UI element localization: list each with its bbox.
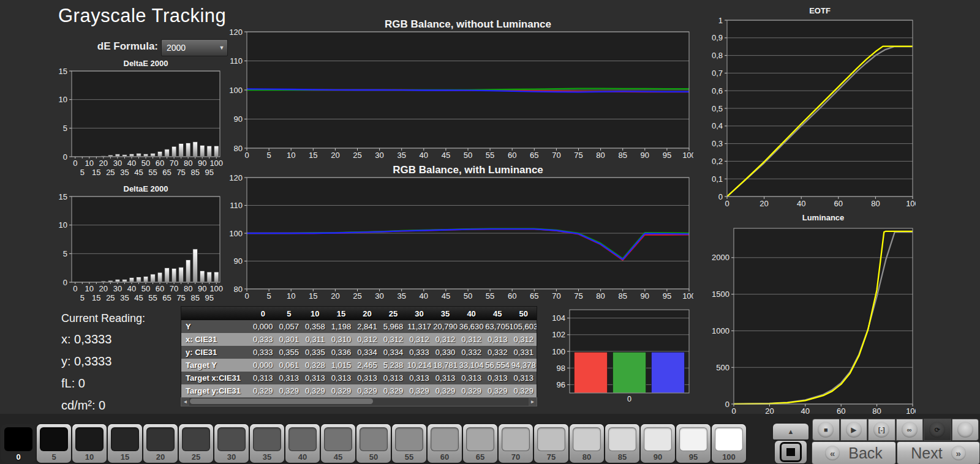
gray-swatch (111, 427, 139, 451)
svg-text:50: 50 (464, 291, 472, 301)
pattern-up-button[interactable]: ▲ (773, 424, 809, 440)
svg-text:55: 55 (148, 293, 157, 302)
pattern-level-button-60[interactable]: 60 (428, 424, 462, 463)
svg-text:30: 30 (375, 151, 383, 160)
scrollbar-left-arrow-icon[interactable]: ◄ (181, 398, 189, 406)
svg-text:0: 0 (73, 159, 77, 168)
svg-text:0: 0 (73, 284, 77, 293)
table-scrollbar[interactable]: ◄ ► (181, 397, 537, 406)
pattern-level-button-15[interactable]: 15 (108, 424, 142, 463)
pattern-level-button-85[interactable]: 85 (605, 424, 639, 463)
svg-text:55: 55 (148, 168, 157, 177)
loop-button[interactable]: ∞ (896, 419, 924, 441)
pattern-bar: 0510152025303540455055606570758085909510… (0, 414, 980, 464)
pattern-level-label: 100 (712, 452, 746, 462)
pattern-level-label: 5 (37, 452, 71, 462)
pattern-level-button-40[interactable]: 40 (285, 424, 320, 463)
pattern-level-button-80[interactable]: 80 (570, 424, 604, 463)
svg-text:15: 15 (59, 67, 67, 76)
svg-text:50: 50 (464, 151, 472, 160)
svg-text:60: 60 (156, 159, 164, 168)
svg-text:25: 25 (106, 293, 115, 302)
scrollbar-track[interactable] (189, 398, 529, 406)
gray-swatch (288, 427, 317, 451)
record-button[interactable] (952, 419, 979, 441)
svg-text:15: 15 (309, 151, 317, 160)
table-cell: 0,312 (406, 333, 432, 346)
stop-button[interactable]: ■ (812, 419, 840, 441)
pattern-level-button-5[interactable]: 5 (37, 424, 71, 463)
table-cell: 2,465 (354, 359, 380, 372)
pattern-level-button-10[interactable]: 10 (72, 424, 107, 463)
range-button[interactable]: [-] (868, 419, 895, 441)
svg-text:20: 20 (760, 199, 768, 208)
luminance-chart: Luminance0500100015002000020406080100 (701, 213, 916, 415)
pattern-level-button-95[interactable]: 95 (676, 424, 710, 463)
loop-icon: ∞ (902, 422, 918, 438)
pattern-level-label: 30 (214, 452, 249, 462)
svg-text:45: 45 (442, 151, 450, 160)
svg-text:95: 95 (205, 293, 213, 302)
pattern-level-button-20[interactable]: 20 (143, 424, 178, 463)
table-cell: 0,358 (302, 320, 328, 333)
svg-text:70: 70 (170, 284, 178, 293)
next-button[interactable]: Next » (897, 441, 980, 464)
pattern-level-button-75[interactable]: 75 (534, 424, 568, 463)
pattern-controls: ▲ (773, 424, 809, 464)
svg-text:30: 30 (113, 284, 122, 293)
pattern-level-button-35[interactable]: 35 (250, 424, 284, 463)
pattern-level-button-100[interactable]: 100 (712, 424, 746, 463)
pattern-level-button-30[interactable]: 30 (214, 424, 249, 463)
table-cell: 0,329 (458, 384, 484, 397)
scrollbar-thumb[interactable] (190, 399, 373, 404)
svg-text:65: 65 (162, 293, 171, 302)
svg-text:98: 98 (557, 364, 565, 373)
pattern-level-button-0[interactable]: 0 (1, 424, 36, 463)
pattern-level-button-25[interactable]: 25 (179, 424, 213, 463)
pattern-level-label: 20 (143, 452, 178, 462)
current-reading: Current Reading: x: 0,3333 y: 0,3333 fL:… (61, 312, 145, 421)
pattern-level-button-45[interactable]: 45 (321, 424, 355, 463)
svg-text:100: 100 (209, 159, 223, 168)
pattern-level-button-65[interactable]: 65 (463, 424, 497, 463)
svg-text:100: 100 (209, 284, 223, 293)
pattern-window-button[interactable] (775, 441, 807, 463)
pattern-level-label: 95 (676, 452, 710, 462)
svg-text:80: 80 (184, 159, 192, 168)
scrollbar-right-arrow-icon[interactable]: ► (529, 398, 537, 406)
back-button[interactable]: « Back (812, 441, 896, 464)
table-cell: 0,329 (406, 384, 432, 397)
reading-cd: cd/m²: 0 (61, 399, 145, 413)
pattern-level-button-90[interactable]: 90 (641, 424, 675, 463)
svg-text:40: 40 (420, 151, 428, 160)
table-cell: 0,335 (302, 346, 328, 359)
table-cell: 0,329 (432, 384, 459, 397)
pattern-level-button-50[interactable]: 50 (356, 424, 391, 463)
pattern-level-label: 50 (356, 452, 391, 462)
de-formula-dropdown[interactable]: 2000 ▼ (161, 39, 228, 56)
table-header-cell: 5 (276, 307, 303, 320)
de-formula-label: dE Formula: (37, 40, 158, 53)
gray-swatch (573, 427, 601, 451)
table-cell: 63,705 (484, 320, 511, 333)
table-cell: 0,329 (302, 384, 328, 397)
pattern-level-button-70[interactable]: 70 (499, 424, 533, 463)
reading-fl: fL: 0 (61, 376, 145, 391)
svg-text:0: 0 (627, 395, 631, 403)
gray-swatch (466, 427, 494, 451)
svg-text:1000: 1000 (712, 326, 729, 335)
table-cell: 0,312 (354, 333, 380, 346)
play-button[interactable]: ▶ (840, 419, 868, 441)
svg-text:0,4: 0,4 (712, 121, 723, 130)
svg-text:75: 75 (574, 291, 582, 301)
svg-text:35: 35 (120, 293, 129, 302)
svg-text:55: 55 (486, 291, 494, 301)
svg-text:10: 10 (85, 159, 94, 168)
svg-text:30: 30 (113, 159, 122, 168)
svg-text:100: 100 (229, 229, 243, 238)
svg-text:75: 75 (176, 293, 185, 302)
sync-button[interactable]: ⟳ (924, 419, 951, 441)
table-cell: 0,329 (510, 384, 537, 397)
pattern-level-button-55[interactable]: 55 (392, 424, 426, 463)
table-cell: 0,301 (276, 333, 303, 346)
